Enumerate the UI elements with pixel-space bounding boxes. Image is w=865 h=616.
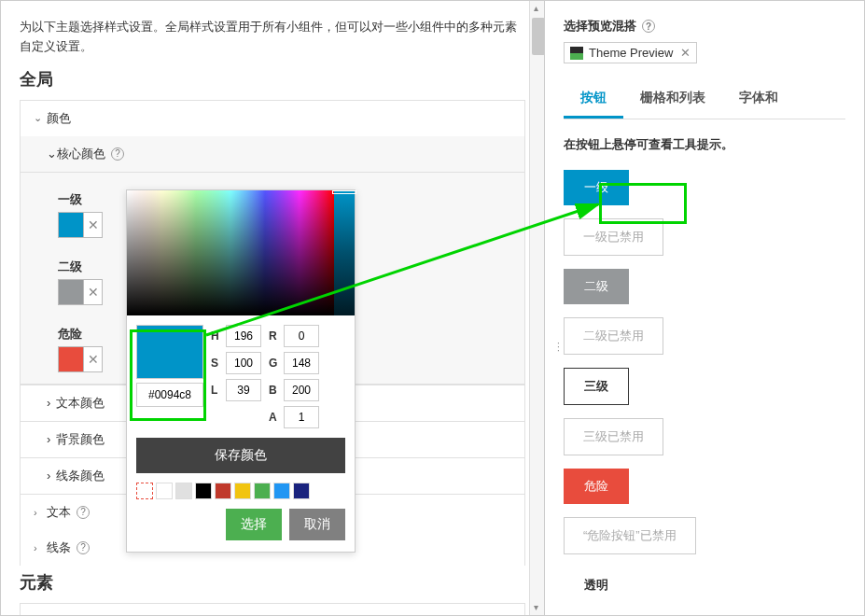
chevron-right-icon: › (34, 542, 47, 553)
primary-swatch[interactable] (58, 212, 84, 238)
global-heading: 全局 (20, 68, 525, 91)
description: 为以下主题选择样式设置。全局样式设置用于所有小组件，但可以对一些小组件中的多种元… (20, 18, 525, 57)
preview-primary-button[interactable]: 一级 (564, 170, 629, 205)
palette-swatch[interactable] (293, 483, 310, 499)
preview-danger-button[interactable]: 危险 (564, 469, 629, 504)
palette-swatch[interactable] (254, 483, 271, 499)
scroll-down-icon[interactable]: ▾ (534, 603, 543, 612)
palette-swatch[interactable] (175, 483, 192, 499)
cancel-button[interactable]: 取消 (289, 509, 345, 540)
theme-swatch-icon (570, 47, 583, 60)
chevron-right-icon: › (47, 432, 50, 446)
hue-slider[interactable] (334, 190, 355, 315)
clear-secondary-icon[interactable]: ✕ (84, 279, 103, 305)
chevron-right-icon: › (47, 469, 50, 483)
clear-danger-icon[interactable]: ✕ (84, 346, 103, 372)
help-icon[interactable]: ? (111, 147, 124, 161)
core-colors-section[interactable]: ⌄ 核心颜色 ? (20, 136, 525, 173)
select-button[interactable]: 选择 (226, 509, 282, 540)
scrollbar[interactable]: ▴ ▾ (529, 1, 544, 615)
preview-primary-disabled-button[interactable]: 一级已禁用 (564, 218, 663, 256)
color-preview-swatch (136, 325, 203, 379)
color-section[interactable]: ⌄ 颜色 (20, 100, 525, 136)
l-input[interactable] (226, 379, 261, 401)
preview-danger-disabled-button[interactable]: “危险按钮”已禁用 (564, 517, 696, 554)
r-input[interactable] (284, 325, 319, 347)
s-input[interactable] (226, 352, 261, 374)
help-icon[interactable]: ? (77, 541, 90, 554)
preview-secondary-disabled-button[interactable]: 二级已禁用 (564, 317, 663, 355)
color-label: 颜色 (47, 110, 71, 127)
hover-note: 在按钮上悬停可查看工具提示。 (564, 136, 845, 153)
save-color-button[interactable]: 保存颜色 (136, 438, 345, 473)
elements-heading: 元素 (20, 571, 525, 594)
secondary-swatch[interactable] (58, 279, 84, 305)
preview-secondary-button[interactable]: 二级 (564, 269, 629, 304)
help-icon[interactable]: ? (77, 506, 90, 519)
scroll-up-icon[interactable]: ▴ (534, 4, 543, 13)
danger-swatch[interactable] (58, 346, 84, 372)
help-icon[interactable]: ? (642, 20, 655, 33)
palette-swatch[interactable] (234, 483, 251, 499)
tab-buttons[interactable]: 按钮 (564, 80, 623, 119)
tab-fonts[interactable]: 字体和 (722, 80, 795, 119)
palette-empty-swatch[interactable] (136, 483, 153, 499)
chevron-down-icon: ⌄ (34, 112, 47, 124)
preview-tertiary-disabled-button[interactable]: 三级已禁用 (564, 418, 663, 455)
buttons-section[interactable]: › 按钮 (20, 603, 525, 615)
preview-mix-label: 选择预览混搭 (564, 18, 636, 35)
tab-grids[interactable]: 栅格和列表 (623, 80, 722, 119)
chevron-down-icon: ⌄ (47, 147, 57, 161)
h-input[interactable] (226, 325, 261, 347)
b-input[interactable] (284, 379, 319, 401)
resize-handle-icon[interactable]: ··· (557, 342, 560, 353)
g-input[interactable] (284, 352, 319, 374)
a-input[interactable] (284, 406, 319, 428)
color-picker: H S L R G B A 保存颜色 选择 取消 (126, 189, 356, 553)
core-colors-label: 核心颜色 (57, 146, 105, 162)
chevron-right-icon: › (34, 507, 47, 518)
theme-preview-tag[interactable]: Theme Preview ✕ (564, 42, 697, 63)
palette-swatch[interactable] (156, 483, 173, 499)
hex-input[interactable] (136, 383, 203, 407)
clear-primary-icon[interactable]: ✕ (84, 212, 103, 238)
chevron-right-icon: › (47, 396, 50, 410)
preview-tertiary-button[interactable]: 三级 (564, 368, 629, 405)
palette-swatch[interactable] (195, 483, 212, 499)
palette-swatch[interactable] (273, 483, 290, 499)
saturation-value-area[interactable] (127, 190, 334, 315)
preview-transparent-button[interactable]: 透明 (564, 567, 629, 603)
palette-swatch[interactable] (215, 483, 231, 499)
close-icon[interactable]: ✕ (680, 46, 691, 60)
